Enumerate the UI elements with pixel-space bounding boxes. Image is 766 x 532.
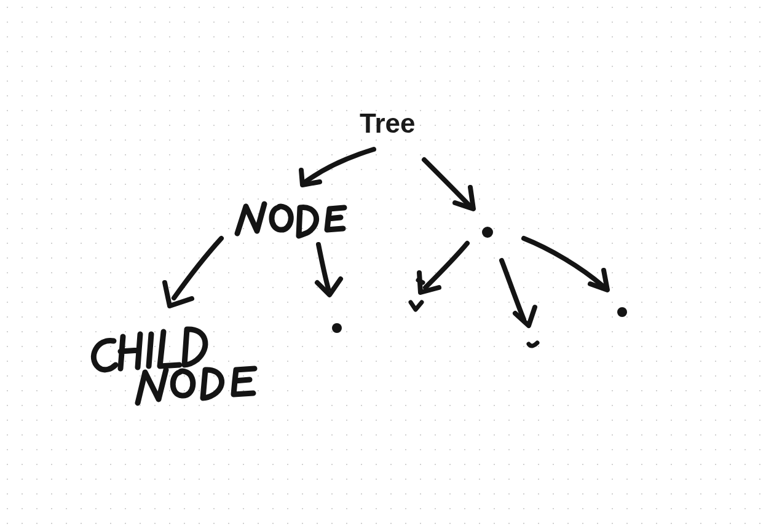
leaf-dot-4[interactable] xyxy=(617,307,627,317)
arrow-rightnode-to-child-left[interactable] xyxy=(419,243,467,292)
handwritten-node-label[interactable] xyxy=(237,204,344,236)
arrow-node-to-child-right[interactable] xyxy=(317,244,341,295)
node-dot-right[interactable] xyxy=(482,227,493,238)
arrow-tree-to-node-right[interactable] xyxy=(424,160,473,209)
arrow-tree-to-node-left[interactable] xyxy=(301,149,374,185)
leaf-mark-3[interactable] xyxy=(529,343,537,346)
root-label[interactable]: Tree xyxy=(360,108,416,139)
whiteboard-canvas[interactable]: Tree xyxy=(0,0,766,532)
leaf-dot-1[interactable] xyxy=(332,323,342,333)
arrow-rightnode-to-child-right[interactable] xyxy=(524,238,607,290)
drawing-overlay xyxy=(0,0,766,532)
arrow-node-to-child-left[interactable] xyxy=(165,238,221,306)
arrow-rightnode-to-child-middle[interactable] xyxy=(502,260,535,326)
handwritten-child-node-label[interactable] xyxy=(93,329,255,403)
